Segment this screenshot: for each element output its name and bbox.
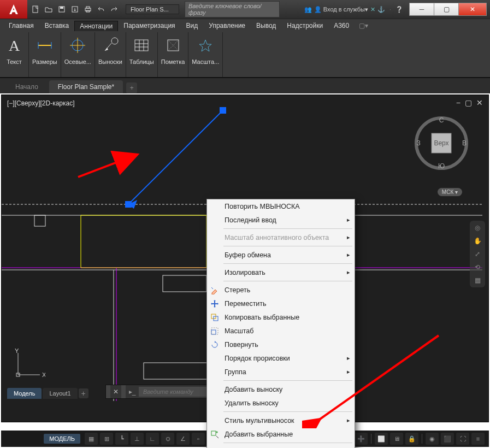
svg-text:Верх: Верх xyxy=(434,139,448,147)
tab-parametric[interactable]: Параметризация xyxy=(118,20,180,31)
svg-rect-56 xyxy=(211,328,218,334)
svg-rect-55 xyxy=(211,330,216,334)
space-toggle[interactable]: МОДЕЛЬ xyxy=(44,434,80,444)
help-icon[interactable]: ❔ xyxy=(395,6,403,13)
svg-rect-57 xyxy=(211,431,216,435)
ribbon-markup[interactable]: Пометка xyxy=(158,32,189,77)
ribbon-panel: A Текст Размеры Осевые... Выноски Таблиц… xyxy=(0,32,490,78)
viewport-label[interactable]: [−][Сверху][2D-каркас] xyxy=(7,99,75,107)
cleanscreen-icon[interactable]: ⛶ xyxy=(456,433,469,445)
drawing-area[interactable]: [−][Сверху][2D-каркас] − ▢ ✕ Верх С Ю З … xyxy=(1,95,489,422)
tab-start[interactable]: Начало xyxy=(7,80,47,93)
wcs-badge[interactable]: МСК ▾ xyxy=(438,188,462,196)
viewport-minimize-icon[interactable]: − xyxy=(456,98,461,107)
context-menu-item[interactable]: Удалить выноску xyxy=(207,396,355,410)
ribbon-tables[interactable]: Таблицы xyxy=(126,32,158,77)
redo-icon[interactable] xyxy=(108,3,120,15)
tab-output[interactable]: Вывод xyxy=(251,20,281,31)
context-menu-item[interactable]: Выбрать подобные xyxy=(207,445,355,448)
tab-floorplan[interactable]: Floor Plan Sample* xyxy=(49,80,123,93)
context-menu-item[interactable]: Группа xyxy=(207,365,355,379)
hardware-accel-icon[interactable]: ⬛ xyxy=(441,433,454,445)
showmotion-icon[interactable]: ▦ xyxy=(475,276,481,284)
tab-insert[interactable]: Вставка xyxy=(39,20,75,31)
ribbon-leaders[interactable]: Выноски xyxy=(95,32,126,77)
tab-addins[interactable]: Надстройки xyxy=(281,20,328,31)
tab-model[interactable]: Модель xyxy=(7,388,42,399)
ribbon-annoscale[interactable]: Масшта... xyxy=(188,32,223,77)
polar-icon[interactable]: ⊙ xyxy=(161,433,174,445)
context-menu-label: Повернуть xyxy=(222,341,350,349)
grid-icon[interactable]: ▦ xyxy=(85,433,98,445)
command-line[interactable]: ✕ ▸_ xyxy=(105,385,219,399)
login-link[interactable]: 👤 Вход в службы▾ xyxy=(314,6,368,13)
open-icon[interactable] xyxy=(43,3,55,15)
context-menu-label: Переместить xyxy=(222,300,350,308)
isolate-icon[interactable]: ◉ xyxy=(426,433,439,445)
cmdline-close-icon[interactable]: ✕ xyxy=(110,388,121,396)
view-cube[interactable]: Верх С Ю З В xyxy=(414,116,469,170)
annomonitor-icon[interactable]: ➕ xyxy=(355,433,368,445)
context-menu-label: Масштаб аннотативного объекта xyxy=(222,234,350,241)
ribbon-text[interactable]: A Текст xyxy=(0,32,29,77)
app-menu-button[interactable] xyxy=(0,0,27,19)
viewport-maximize-icon[interactable]: ▢ xyxy=(465,98,472,107)
snap-icon[interactable]: ⊞ xyxy=(100,433,113,445)
panel-icon[interactable]: ▢▾ xyxy=(359,22,368,30)
navigation-bar[interactable]: ◎ ✋ ⤢ ⟲ ▦ xyxy=(470,221,485,287)
ribbon-centerlines[interactable]: Осевые... xyxy=(61,32,95,77)
context-menu-item[interactable]: Повернуть xyxy=(207,338,355,351)
context-menu-item[interactable]: Стереть xyxy=(207,283,355,297)
exchange-icon[interactable]: ✕ xyxy=(370,6,375,13)
ortho-icon[interactable]: ∟ xyxy=(146,433,159,445)
search-input[interactable]: Введите ключевое слово/фразу xyxy=(185,1,280,17)
svg-point-14 xyxy=(111,38,118,44)
context-menu-item[interactable]: Изолировать xyxy=(207,266,355,279)
lock-ui-icon[interactable]: 🔒 xyxy=(405,433,418,445)
tab-a360[interactable]: A360 xyxy=(328,20,355,31)
new-tab-button[interactable]: + xyxy=(126,82,137,93)
viewport-close-icon[interactable]: ✕ xyxy=(476,98,483,107)
dynamic-input-icon[interactable]: ⊥ xyxy=(131,433,144,445)
tab-layout1[interactable]: Layout1 xyxy=(43,388,77,399)
minimize-button[interactable]: ─ xyxy=(409,3,434,16)
context-menu-item[interactable]: Стиль мультивыносок xyxy=(207,414,355,427)
quickprops-icon[interactable]: 🖥 xyxy=(390,433,403,445)
context-menu-item[interactable]: Переместить xyxy=(207,297,355,310)
tab-home[interactable]: Главная xyxy=(3,20,39,31)
print-icon[interactable] xyxy=(82,3,94,15)
save-icon[interactable] xyxy=(56,3,68,15)
context-menu-item[interactable]: Добавить выноску xyxy=(207,382,355,396)
context-menu-item[interactable]: Повторить МВЫНОСКА xyxy=(207,199,355,213)
units-icon[interactable]: ⬜ xyxy=(375,433,388,445)
context-menu-item[interactable]: Добавить выбранные xyxy=(207,427,355,441)
close-button[interactable]: ✕ xyxy=(458,3,487,16)
a360-icon[interactable]: 👥 xyxy=(304,6,312,13)
tab-manage[interactable]: Управление xyxy=(203,20,251,31)
context-menu-item[interactable]: Масштаб xyxy=(207,324,355,338)
isoplane-icon[interactable]: ∠ xyxy=(176,433,190,445)
pan-icon[interactable]: ✋ xyxy=(474,237,482,245)
context-menu-item[interactable]: Буфер обмена xyxy=(207,248,355,262)
orbit-icon[interactable]: ⟲ xyxy=(475,263,480,271)
context-menu-item[interactable]: Последний ввод xyxy=(207,213,355,227)
ribbon-dimensions[interactable]: Размеры xyxy=(29,32,61,77)
tab-view[interactable]: Вид xyxy=(181,20,204,31)
undo-icon[interactable] xyxy=(95,3,107,15)
add-layout-button[interactable]: + xyxy=(79,388,88,398)
customize-icon[interactable]: ≡ xyxy=(471,433,485,445)
saveas-icon[interactable] xyxy=(69,3,81,15)
document-title: Floor Plan S... xyxy=(126,4,179,14)
context-menu-item[interactable]: Порядок прорисовки xyxy=(207,351,355,365)
new-icon[interactable] xyxy=(29,3,42,15)
maximize-button[interactable]: ▢ xyxy=(434,3,459,16)
svg-rect-29 xyxy=(34,215,45,226)
tab-annotate[interactable]: Аннотации xyxy=(74,21,118,31)
zoom-extents-icon[interactable]: ⤢ xyxy=(475,250,480,258)
infer-icon[interactable]: ┗ xyxy=(115,433,128,445)
osnap-icon[interactable]: ▫ xyxy=(192,433,205,445)
context-menu-item[interactable]: Копировать выбранные xyxy=(207,310,355,324)
steering-wheel-icon[interactable]: ◎ xyxy=(475,224,480,232)
context-menu-label: Стереть xyxy=(222,286,350,294)
share-icon[interactable]: ⚓ xyxy=(377,6,385,13)
